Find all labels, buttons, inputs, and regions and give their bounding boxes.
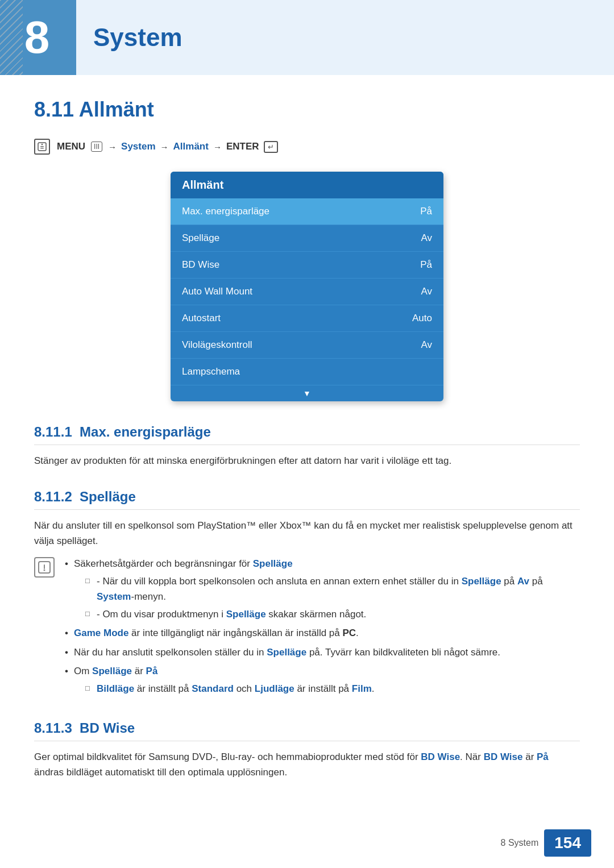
subsection-title-1: 8.11.1 Max. energisparläge xyxy=(34,424,580,445)
sub-bullet-4a: Bildläge är inställt på Standard och Lju… xyxy=(85,681,580,696)
menu-item-label-6: Vilolägeskontroll xyxy=(182,339,252,351)
sub-bullet-1b: - Om du visar produktmenyn i Spelläge sk… xyxy=(85,607,580,622)
menu-item-value-3: På xyxy=(420,259,432,271)
svg-point-1 xyxy=(42,144,43,145)
menu-panel-wrapper: Allmänt Max. energisparläge På Spelläge … xyxy=(34,172,580,401)
subsection-8-11-3: 8.11.3 BD Wise Ger optimal bildkvalitet … xyxy=(34,720,580,780)
svg-point-5 xyxy=(44,569,45,571)
menu-item-label-2: Spelläge xyxy=(182,232,219,244)
bullet-item-4: Om Spelläge är På Bildläge är inställt p… xyxy=(63,663,580,696)
main-content: 8.11 Allmänt MENU III → System → Allmänt… xyxy=(0,75,614,823)
menu-item-vilolage[interactable]: Vilolägeskontroll Av xyxy=(171,332,443,359)
sub-bullet-list-4: Bildläge är inställt på Standard och Lju… xyxy=(74,681,580,696)
menu-item-label-4: Auto Wall Mount xyxy=(182,286,252,297)
subsection-body-2: När du ansluter till en spelkonsol som P… xyxy=(34,518,580,549)
menu-item-value-1: På xyxy=(420,206,432,217)
warning-icon xyxy=(34,557,55,578)
menu-item-label-5: Autostart xyxy=(182,313,221,324)
breadcrumb-menu-icon: III xyxy=(91,142,102,152)
menu-panel-title: Allmänt xyxy=(171,172,443,198)
menu-item-bd-wise[interactable]: BD Wise På xyxy=(171,252,443,279)
menu-item-lampschema[interactable]: Lampschema xyxy=(171,359,443,385)
page-footer: 8 System 154 xyxy=(501,829,591,857)
footer-page-number: 154 xyxy=(544,829,591,857)
menu-panel: Allmänt Max. energisparläge På Spelläge … xyxy=(171,172,443,401)
chapter-header: 8 System xyxy=(0,0,614,75)
section-title: 8.11 Allmänt xyxy=(34,98,580,122)
menu-item-value-2: Av xyxy=(421,232,432,244)
svg-rect-3 xyxy=(40,148,44,148)
subsection-title-2: 8.11.2 Spelläge xyxy=(34,489,580,510)
menu-item-value-6: Av xyxy=(421,339,432,351)
sub-bullet-list-1: - När du vill koppla bort spelkonsolen o… xyxy=(74,574,580,622)
menu-item-autostart[interactable]: Autostart Auto xyxy=(171,305,443,332)
subsection-8-11-1: 8.11.1 Max. energisparläge Stänger av pr… xyxy=(34,424,580,468)
arrow-2: → xyxy=(160,142,169,152)
arrow-1: → xyxy=(108,142,117,152)
menu-item-value-4: Av xyxy=(421,286,432,297)
remote-icon xyxy=(34,139,50,155)
note-content-spellage: Säkerhetsåtgärder och begränsningar för … xyxy=(63,556,580,700)
svg-rect-2 xyxy=(40,146,44,147)
bullet-item-3: När du har anslutit spelkonsolen ställer… xyxy=(63,645,580,660)
scroll-indicator: ▼ xyxy=(171,385,443,401)
menu-item-auto-wall[interactable]: Auto Wall Mount Av xyxy=(171,279,443,305)
enter-icon: ↵ xyxy=(264,141,278,153)
breadcrumb-enter-label: ENTER xyxy=(226,141,259,152)
bullet-item-2: Game Mode är inte tillgängligt när ingån… xyxy=(63,625,580,641)
breadcrumb-menu: MENU xyxy=(57,141,85,152)
chapter-title-block: System xyxy=(74,0,614,75)
subsection-title-3: 8.11.3 BD Wise xyxy=(34,720,580,741)
bullet-list-spellage: Säkerhetsåtgärder och begränsningar för … xyxy=(63,556,580,697)
chapter-title: System xyxy=(93,23,182,52)
decorative-stripes xyxy=(0,0,23,75)
menu-item-max-energi[interactable]: Max. energisparläge På xyxy=(171,198,443,225)
breadcrumb-allm: Allmänt xyxy=(173,141,209,152)
menu-item-label-1: Max. energisparläge xyxy=(182,206,269,217)
breadcrumb-system: System xyxy=(121,141,155,152)
menu-item-label-3: BD Wise xyxy=(182,259,219,271)
menu-item-value-5: Auto xyxy=(412,313,432,324)
subsection-8-11-2: 8.11.2 Spelläge När du ansluter till en … xyxy=(34,489,580,700)
footer-chapter-label: 8 System xyxy=(501,838,539,848)
subsection-body-3: Ger optimal bildkvalitet för Samsung DVD… xyxy=(34,749,580,780)
menu-item-label-7: Lampschema xyxy=(182,366,240,377)
menu-item-spellage[interactable]: Spelläge Av xyxy=(171,225,443,252)
arrow-3: → xyxy=(213,142,222,152)
note-block-spellage: Säkerhetsåtgärder och begränsningar för … xyxy=(34,556,580,700)
bullet-item-1: Säkerhetsåtgärder och begränsningar för … xyxy=(63,556,580,622)
sub-bullet-1a: - När du vill koppla bort spelkonsolen o… xyxy=(85,574,580,604)
subsection-body-1: Stänger av produkten för att minska ener… xyxy=(34,453,580,468)
breadcrumb: MENU III → System → Allmänt → ENTER ↵ xyxy=(34,139,580,155)
